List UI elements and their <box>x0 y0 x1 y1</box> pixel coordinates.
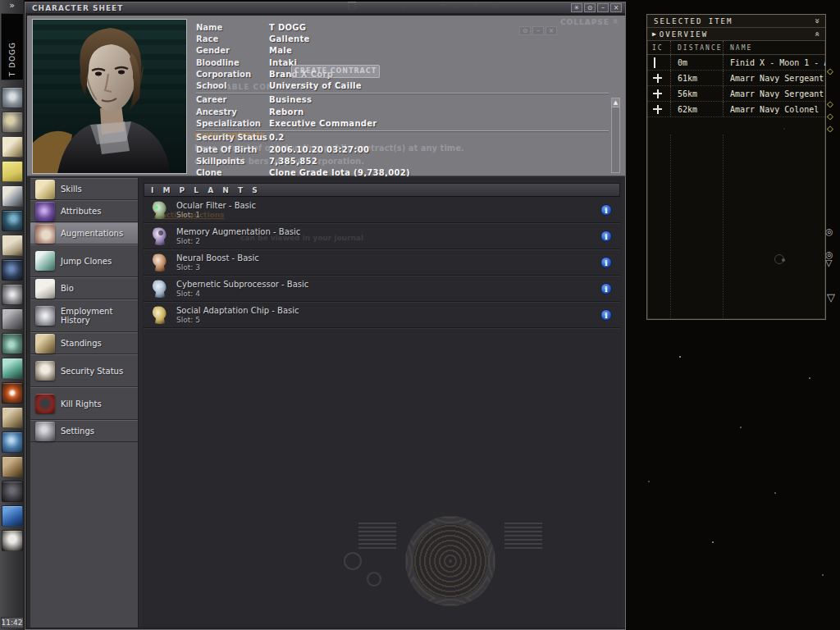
map-icon[interactable] <box>2 259 23 281</box>
implant-name: Neural Boost - Basic <box>176 253 259 262</box>
implant-name: Memory Augmentation - Basic <box>176 227 300 236</box>
window-titlebar[interactable]: CHARACTER SHEET ✳ ⊙ – × <box>25 2 625 14</box>
overview-row[interactable]: 61km Amarr Navy Sergeant <box>647 71 825 86</box>
tab-kill-rights[interactable]: Kill Rights <box>30 387 138 420</box>
star <box>712 541 714 543</box>
browser-icon[interactable] <box>2 431 23 453</box>
implant-head-icon <box>148 278 170 299</box>
expander-triangle-icon[interactable]: ▶ <box>647 30 656 38</box>
compact-window-button[interactable]: ⊙ <box>584 3 596 12</box>
target-diamond-icon[interactable]: ◇ <box>827 67 833 75</box>
implant-head-icon <box>148 252 170 273</box>
settings-icon <box>35 422 55 441</box>
tab-employment-history[interactable]: Employment History <box>30 299 138 332</box>
create-contract-button[interactable]: CREATE CONTRACT <box>291 65 380 78</box>
overview-label: OVERVIEW <box>656 30 708 39</box>
gate-bracket-icon[interactable]: ▽ <box>827 294 835 302</box>
column-name[interactable]: NAME <box>723 41 825 54</box>
overview-row[interactable]: 56km Amarr Navy Sergeant <box>647 86 825 102</box>
overview-row[interactable]: 0m Finid X - Moon 1 - Amarr <box>647 55 825 71</box>
implant-head-icon <box>148 226 170 247</box>
bio-icon <box>35 279 55 299</box>
star <box>740 427 742 428</box>
info-icon[interactable]: i <box>600 231 612 242</box>
info-icon[interactable]: i <box>600 257 612 268</box>
row-distance: 56km <box>670 86 723 101</box>
tab-attributes[interactable]: Attributes <box>30 200 138 222</box>
overview-table-header[interactable]: IC DISTANCE NAME <box>647 41 825 55</box>
tab-label: Employment History <box>61 307 131 325</box>
implants-header-label: I M P L A N T S <box>144 186 261 194</box>
info-icon[interactable]: i <box>600 204 612 216</box>
info-icon[interactable]: i <box>600 283 612 294</box>
tutorial-info-icon[interactable] <box>2 505 23 527</box>
field-row: CorporationBrand X Corp <box>196 68 609 80</box>
tab-skills[interactable]: Skills <box>30 178 138 200</box>
minimize-window-button[interactable]: – <box>597 3 609 12</box>
station-bracket-icon[interactable]: ◎ <box>825 228 833 236</box>
people-and-places-icon[interactable] <box>2 407 23 428</box>
scroll-up-arrow[interactable]: ▲ <box>612 98 619 107</box>
notepad-icon[interactable] <box>2 161 23 182</box>
target-diamond-icon[interactable]: ◇ <box>827 125 833 133</box>
kill-rights-icon <box>35 394 55 413</box>
tab-standings[interactable]: Standings <box>30 332 138 354</box>
character-sheet-window: CHARACTER SHEET ✳ ⊙ – × COLLAPSE « <box>25 2 626 630</box>
market-icon[interactable] <box>2 112 23 133</box>
close-window-button[interactable]: × <box>610 3 622 12</box>
implant-slot: Slot: 1 <box>176 211 256 219</box>
overview-panel: SELECTED ITEM » ▶ OVERVIEW « IC DISTANCE… <box>646 14 826 320</box>
overview-header[interactable]: ▶ OVERVIEW « <box>647 28 825 41</box>
tab-augmentations[interactable]: Augmentations <box>30 222 138 244</box>
items-hangar-icon[interactable] <box>2 456 23 477</box>
column-distance[interactable]: DISTANCE <box>670 41 723 54</box>
implant-head-icon <box>148 304 170 326</box>
chevron-up-double-icon: « <box>812 31 823 37</box>
implant-row[interactable]: Cybernetic Subprocessor - BasicSlot: 4 i <box>144 276 620 302</box>
mail-icon[interactable] <box>2 136 23 158</box>
row-distance: 62km <box>670 102 723 116</box>
jump-clones-icon <box>35 251 55 271</box>
audio-icon[interactable] <box>2 481 23 502</box>
field-label: Security Status <box>196 133 269 142</box>
standings-icon <box>35 334 55 354</box>
journal-icon[interactable] <box>2 358 23 379</box>
neocom-clock[interactable]: 11:42 <box>1 617 24 628</box>
wallet-icon[interactable] <box>2 333 23 354</box>
implant-name: Cybernetic Subprocessor - Basic <box>176 280 308 289</box>
target-diamond-icon[interactable]: ◇ <box>827 100 833 108</box>
target-diamond-icon[interactable]: ◇ <box>827 112 833 121</box>
implant-row[interactable]: Memory Augmentation - BasicSlot: 2 i <box>144 223 620 249</box>
assets-icon[interactable] <box>2 308 23 330</box>
tab-bio[interactable]: Bio <box>30 277 138 299</box>
station-bracket-icon[interactable]: ◎▽ <box>825 251 833 267</box>
tab-settings[interactable]: Settings <box>30 420 138 442</box>
help-icon[interactable] <box>2 382 23 404</box>
overview-row[interactable]: 62km Amarr Navy Colonel <box>647 102 825 117</box>
implant-head-icon <box>148 199 170 221</box>
fitting-icon[interactable] <box>2 185 23 207</box>
info-scrollbar[interactable]: ▲ <box>611 98 620 173</box>
field-value: University of Caille <box>269 81 362 90</box>
augmentations-icon <box>35 224 55 244</box>
field-label: Corporation <box>196 70 269 79</box>
news-icon[interactable] <box>2 235 23 256</box>
pin-window-button[interactable]: ✳ <box>571 3 582 12</box>
field-label: Career <box>196 95 269 104</box>
implant-row[interactable]: Social Adaptation Chip - BasicSlot: 5 i <box>144 302 620 328</box>
medals-icon[interactable] <box>2 284 23 305</box>
star <box>822 574 824 576</box>
tab-security-status[interactable]: Security Status <box>30 354 138 387</box>
tab-jump-clones[interactable]: Jump Clones <box>30 244 138 277</box>
implant-row[interactable]: Ocular Filter - BasicSlot: 1 i <box>144 197 620 223</box>
character-sheet-icon[interactable] <box>2 87 23 108</box>
column-ic[interactable]: IC <box>647 44 670 52</box>
neocom-expand-button[interactable]: » <box>0 0 24 13</box>
selected-item-header[interactable]: SELECTED ITEM » <box>647 15 825 28</box>
star <box>679 356 681 358</box>
neocom-character-block[interactable]: T DOGG <box>1 13 24 80</box>
portrait-log-icon[interactable] <box>2 530 23 551</box>
info-icon[interactable]: i <box>600 309 612 321</box>
implant-row[interactable]: Neural Boost - BasicSlot: 3 i <box>144 249 620 276</box>
channels-icon[interactable] <box>2 210 23 231</box>
